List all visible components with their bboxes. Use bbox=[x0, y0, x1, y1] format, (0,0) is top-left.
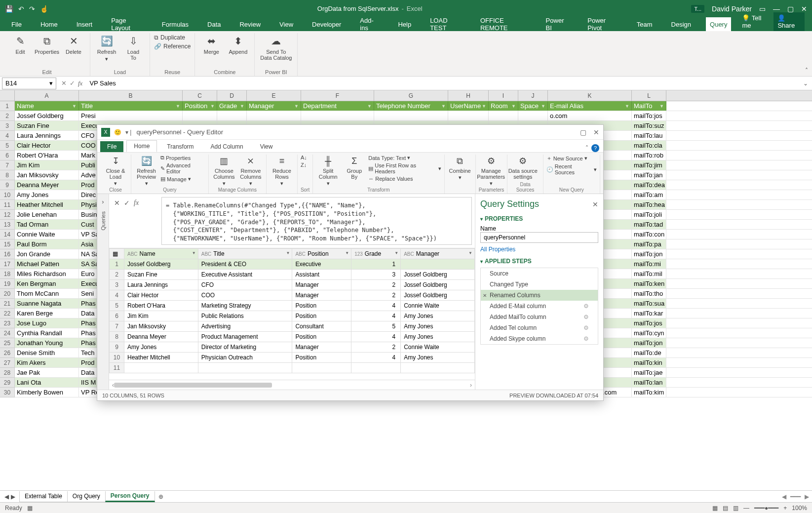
qe-cell[interactable]: Amy Jones bbox=[401, 332, 475, 342]
qe-cell[interactable]: 4 bbox=[351, 311, 401, 321]
qe-recent-sources-button[interactable]: 🕘Recent Sources▾ bbox=[546, 163, 597, 175]
table-row[interactable]: Jossef GoldbergPresio.commailTo:jos bbox=[15, 111, 812, 121]
qe-cell[interactable]: Laura Jennings bbox=[124, 280, 198, 290]
qe-step[interactable]: Source bbox=[481, 268, 598, 279]
name-box[interactable]: B14▾ bbox=[2, 78, 56, 89]
qe-cell[interactable]: Marketing Strategy bbox=[198, 301, 292, 311]
table-header[interactable]: Department▼ bbox=[301, 101, 374, 111]
append-button[interactable]: ⬍Append bbox=[226, 34, 250, 55]
hscroll-left-icon[interactable]: ◀ bbox=[782, 493, 786, 500]
qe-settings-close-icon[interactable]: ✕ bbox=[592, 200, 598, 208]
qe-split-column-button[interactable]: ╫Split Column▾ bbox=[316, 155, 340, 187]
qe-cell[interactable]: Jossef Goldberg bbox=[124, 259, 198, 270]
collapse-ribbon-icon[interactable]: ˄ bbox=[805, 67, 808, 74]
ribbon-tab-add-ins[interactable]: Add-ins bbox=[356, 17, 383, 31]
qe-step[interactable]: Added Tel column⚙ bbox=[481, 322, 598, 333]
sheet-nav[interactable]: ◀ ▶ bbox=[0, 493, 20, 500]
qe-fx-icon[interactable]: fx bbox=[134, 199, 139, 207]
user-name[interactable]: David Parker bbox=[712, 5, 752, 13]
qe-tab-view[interactable]: View bbox=[253, 141, 280, 152]
qe-replace-values-button[interactable]: ↔Replace Values bbox=[368, 176, 441, 182]
qe-cell[interactable]: 1 bbox=[351, 259, 401, 270]
column-headers[interactable]: A B C D E F G H I J K L bbox=[0, 90, 812, 101]
qe-cell[interactable]: Executive Assistant bbox=[198, 270, 292, 280]
qe-cell[interactable]: COO bbox=[198, 290, 292, 301]
chevron-right-icon[interactable]: › bbox=[102, 198, 104, 205]
qe-all-properties-link[interactable]: All Properties bbox=[480, 246, 598, 253]
table-header[interactable]: Name▼ bbox=[15, 101, 79, 111]
qe-cell[interactable]: Suzan Fine bbox=[124, 270, 198, 280]
select-all[interactable] bbox=[0, 90, 15, 101]
qe-cell[interactable]: Advertising bbox=[198, 321, 292, 332]
ribbon-tab-insert[interactable]: Insert bbox=[73, 17, 97, 31]
qe-cell[interactable]: Executive bbox=[292, 259, 351, 270]
qe-refresh-preview-button[interactable]: 🔄Refresh Preview▾ bbox=[134, 155, 158, 187]
macro-record-icon[interactable]: ▦ bbox=[27, 505, 33, 512]
gear-icon[interactable]: ⚙ bbox=[583, 335, 589, 342]
qe-step[interactable]: Added Skype column⚙ bbox=[481, 333, 598, 344]
table-header[interactable]: Manager▼ bbox=[247, 101, 301, 111]
qe-cell[interactable]: Physician Outreach bbox=[198, 353, 292, 363]
add-sheet-button[interactable]: ⊕ bbox=[155, 493, 167, 500]
qe-cell[interactable] bbox=[401, 259, 475, 270]
minimize-icon[interactable]: — bbox=[773, 5, 780, 13]
table-header[interactable]: E-mail Alias▼ bbox=[548, 101, 632, 111]
row-headers[interactable]: 1234567891011121314151617181920212223242… bbox=[0, 101, 15, 397]
qe-cell[interactable]: Amy Jones bbox=[401, 311, 475, 321]
gear-icon[interactable]: ⚙ bbox=[583, 314, 589, 320]
qe-tab-home[interactable]: Home bbox=[126, 140, 157, 152]
qe-hscroll[interactable]: ‹› bbox=[109, 380, 475, 390]
ribbon-tab-power-bi[interactable]: Power BI bbox=[542, 17, 573, 31]
qe-tab-add-column[interactable]: Add Column bbox=[204, 141, 250, 152]
qe-step[interactable]: Changed Type bbox=[481, 279, 598, 290]
qe-applied-steps-section[interactable]: APPLIED STEPS bbox=[480, 258, 598, 265]
qe-properties-button[interactable]: ⧉Properties bbox=[160, 155, 205, 161]
reference-button[interactable]: 🔗Reference bbox=[154, 43, 191, 50]
ribbon-tab-query[interactable]: Query bbox=[706, 17, 731, 31]
qe-enter-icon[interactable]: ✓ bbox=[124, 199, 130, 207]
qe-cell[interactable]: 4 bbox=[351, 332, 401, 342]
qe-cell[interactable]: Assistant bbox=[292, 270, 351, 280]
save-icon[interactable]: 💾 bbox=[5, 5, 13, 13]
table-header[interactable]: Telephone Number▼ bbox=[374, 101, 448, 111]
qe-tab-transform[interactable]: Transform bbox=[160, 141, 200, 152]
qe-cell[interactable]: 4 bbox=[351, 301, 401, 311]
qe-cell[interactable]: Manager bbox=[292, 290, 351, 301]
ribbon-tab-office-remote[interactable]: OFFICE REMOTE bbox=[476, 17, 531, 31]
qe-close-load-button[interactable]: ↧Close & Load▾ bbox=[103, 155, 128, 187]
maximize-icon[interactable]: ▢ bbox=[787, 5, 794, 13]
qe-tab-file[interactable]: File bbox=[100, 141, 123, 152]
share-button[interactable]: 👤 Share bbox=[773, 12, 805, 31]
zoom-level[interactable]: 100% bbox=[792, 505, 807, 512]
view-normal-icon[interactable]: ▦ bbox=[712, 505, 718, 512]
qe-column-header[interactable]: ABCManager▼ bbox=[401, 249, 475, 259]
qe-cell[interactable]: 2 bbox=[351, 280, 401, 290]
formula-input[interactable]: VP Sales bbox=[85, 79, 799, 87]
enter-icon[interactable]: ✓ bbox=[70, 79, 75, 87]
redo-icon[interactable]: ↷ bbox=[29, 5, 35, 13]
fx-icon[interactable]: fx bbox=[78, 79, 82, 87]
ribbon-tab-developer[interactable]: Developer bbox=[308, 17, 345, 31]
emoji-icon[interactable]: 🙂 bbox=[114, 129, 121, 136]
qe-cell[interactable]: Jan Miksovsky bbox=[124, 321, 198, 332]
ribbon-tab-team[interactable]: Team bbox=[633, 17, 657, 31]
qe-reduce-rows-button[interactable]: ≡Reduce Rows▾ bbox=[270, 155, 294, 187]
view-pagebreak-icon[interactable]: ▥ bbox=[733, 505, 738, 512]
qe-help-icon[interactable]: ? bbox=[591, 144, 599, 152]
expand-formula-icon[interactable]: ⌄ bbox=[799, 80, 812, 87]
qe-cell[interactable]: 2 bbox=[351, 290, 401, 301]
hscroll-right-icon[interactable]: ▶ bbox=[805, 493, 809, 500]
gear-icon[interactable]: ⚙ bbox=[583, 324, 589, 331]
send-to-data-catalog-button[interactable]: ☁Send To Data Catalog bbox=[259, 34, 293, 61]
qe-queries-rail[interactable]: › Queries bbox=[97, 194, 109, 390]
ribbon-tab-review[interactable]: Review bbox=[235, 17, 265, 31]
qe-column-header[interactable]: 123Grade▼ bbox=[351, 249, 401, 259]
qe-cell[interactable]: Jossef Goldberg bbox=[401, 290, 475, 301]
undo-icon[interactable]: ↶ bbox=[18, 5, 24, 13]
table-header[interactable]: Grade▼ bbox=[217, 101, 247, 111]
qe-cell[interactable]: Clair Hector bbox=[124, 290, 198, 301]
ribbon-tab-load-test[interactable]: LOAD TEST bbox=[426, 17, 465, 31]
cancel-icon[interactable]: ✕ bbox=[61, 79, 67, 87]
qe-choose-columns-button[interactable]: ▥Choose Columns▾ bbox=[212, 155, 236, 187]
ribbon-tab-data[interactable]: Data bbox=[203, 17, 225, 31]
